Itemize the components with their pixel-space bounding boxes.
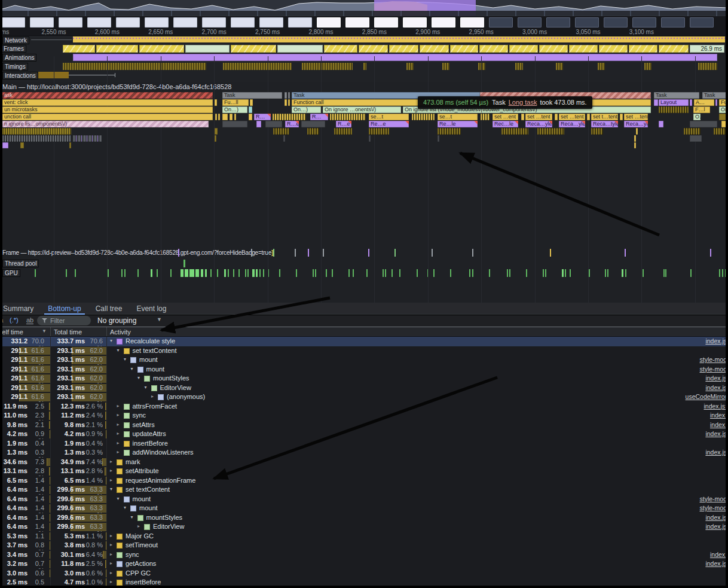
tab-bottom-up[interactable]: Bottom-up [41, 303, 88, 315]
gpu-label[interactable]: GPU [2, 269, 20, 277]
expand-arrow-icon[interactable]: ▸ [151, 394, 154, 399]
collapse-arrow-icon[interactable]: ▾ [145, 385, 147, 390]
expand-arrow-icon[interactable]: ▸ [117, 422, 120, 427]
flame-event[interactable] [256, 121, 261, 127]
table-row[interactable]: 291.1 ms61.6 %293.1 ms62.0 %▾mountstyle-… [0, 355, 728, 365]
flame-event-on[interactable]: On…) [222, 106, 247, 113]
flame-event[interactable] [69, 142, 71, 148]
track-interactions-label[interactable]: Interactions [2, 72, 38, 80]
table-row[interactable]: 3.7 ms0.8 %3.8 ms0.8 %▸setTimeout [0, 541, 728, 550]
flame-event[interactable] [215, 135, 216, 142]
expand-arrow-icon[interactable]: ▸ [117, 412, 120, 418]
flame-event[interactable] [636, 128, 638, 135]
chevron-down-icon[interactable]: ▼ [157, 316, 162, 322]
grouping-select[interactable]: No grouping [97, 316, 136, 325]
source-link[interactable]: index.js [705, 337, 727, 345]
expand-arrow-icon[interactable]: ▸ [110, 560, 112, 566]
expand-arrow-icon[interactable]: ▸ [137, 523, 140, 529]
flame-event-task[interactable]: Task [222, 92, 282, 99]
regex-icon[interactable]: (.*) [10, 316, 19, 324]
flame-event-unctioncall[interactable]: unction call [2, 114, 213, 120]
flame-event[interactable] [690, 99, 692, 106]
flame-event[interactable] [283, 135, 285, 142]
flame-event-setttent[interactable]: set t…tent [591, 114, 618, 120]
flame-event[interactable] [369, 135, 371, 142]
flame-event-setent[interactable]: set …ent [493, 114, 518, 120]
source-link[interactable]: style-mod [699, 495, 727, 502]
flame-event[interactable] [218, 114, 220, 120]
flame-event[interactable] [288, 92, 290, 99]
table-row[interactable]: 3.4 ms0.7 %30.1 ms6.4 %▸syncindex. [0, 550, 728, 560]
flame-event[interactable] [412, 114, 435, 120]
source-link[interactable]: index. [710, 421, 727, 428]
flame-event[interactable] [215, 114, 217, 120]
expand-arrow-icon[interactable]: ▸ [117, 403, 120, 409]
table-row[interactable]: 4.2 ms0.9 %4.2 ms0.9 %▸updateAttrsindex.… [0, 429, 728, 439]
table-row[interactable]: 291.1 ms61.6 %293.1 ms62.0 %▾set textCon… [0, 346, 728, 356]
column-total-time[interactable]: Total time [54, 328, 82, 336]
source-link[interactable]: style-mod [699, 365, 727, 373]
source-link[interactable]: index.js [705, 374, 727, 382]
expand-arrow-icon[interactable]: ▸ [110, 533, 112, 538]
column-self-time[interactable]: Self time [0, 328, 23, 336]
track-frames-label[interactable]: Frames [1, 45, 26, 53]
flame-event-settent[interactable]: set …tent [624, 114, 648, 120]
flame-event-recayle[interactable]: Reca…yle [559, 121, 585, 127]
flame-event-ask[interactable]: ask [2, 92, 213, 99]
flame-event[interactable] [690, 135, 702, 142]
table-row[interactable]: 5.3 ms1.1 %5.3 ms1.1 %▸Major GC [0, 532, 728, 541]
flame-event-nignorelisomponents[interactable]: n ignore lis…omponents\/) [2, 121, 209, 127]
table-row[interactable]: 34.6 ms7.3 %34.9 ms7.4 %▸mark [0, 458, 728, 467]
flame-event-unmicrotasks[interactable]: un microtasks [2, 106, 213, 113]
source-link[interactable]: index. [710, 551, 727, 558]
flame-event-a[interactable]: A… [694, 99, 714, 106]
collapse-arrow-icon[interactable]: ▾ [117, 496, 120, 501]
flame-event-task[interactable]: Task [654, 92, 699, 99]
flame-event[interactable] [285, 99, 287, 106]
source-link[interactable]: index.js: [703, 403, 727, 410]
source-link[interactable]: useCodeMirror [686, 393, 727, 400]
flame-event[interactable] [2, 135, 71, 142]
tab-call-tree[interactable]: Call tree [88, 303, 130, 315]
table-row[interactable]: 9.8 ms2.1 %9.8 ms2.1 %▸setAttrsindex. [0, 421, 728, 430]
flame-event[interactable] [215, 128, 218, 135]
expand-arrow-icon[interactable]: ▸ [110, 570, 112, 575]
flame-event[interactable] [690, 121, 717, 127]
flame-event-set[interactable]: se…t [438, 114, 478, 120]
flame-event-recatyle[interactable]: Reca…tyle [591, 121, 618, 127]
long-task-link[interactable]: Long task [506, 99, 537, 106]
flame-event[interactable] [73, 135, 102, 142]
collapse-arrow-icon[interactable]: ▾ [124, 357, 126, 362]
flame-event[interactable] [330, 114, 366, 120]
flame-event-r[interactable]: R… [254, 114, 271, 120]
flame-event[interactable] [273, 114, 306, 120]
flame-event[interactable] [438, 128, 461, 135]
source-link[interactable]: index.js [705, 514, 727, 521]
flame-event[interactable] [20, 142, 24, 148]
flame-event[interactable] [2, 128, 71, 135]
flame-event-recayle[interactable]: Reca…yle [525, 121, 552, 127]
flame-event[interactable] [659, 121, 663, 127]
table-row[interactable]: 6.4 ms1.4 %299.6 ms63.3 %▸EditorViewinde… [0, 522, 728, 532]
flame-event[interactable] [301, 121, 325, 127]
flame-event[interactable] [537, 128, 564, 135]
expand-arrow-icon[interactable]: ▸ [110, 459, 112, 464]
collapse-arrow-icon[interactable]: ▾ [110, 486, 112, 492]
expand-arrow-icon[interactable]: ▸ [110, 477, 112, 483]
flame-event[interactable] [521, 114, 524, 120]
flame-event-re[interactable]: R…e [285, 121, 299, 127]
table-row[interactable]: 291.1 ms61.6 %293.1 ms62.0 %▾mountStyles… [0, 374, 728, 383]
table-row[interactable]: 291.1 ms61.6 %293.1 ms62.0 %▾EditorViewi… [0, 383, 728, 393]
flame-event-recayle[interactable]: Reca…yle [624, 121, 648, 127]
track-timings-label[interactable]: Timings [2, 63, 28, 71]
flame-event-settent[interactable]: set …tent [525, 114, 552, 120]
flame-event-fl[interactable]: F…l [693, 106, 710, 113]
flame-event[interactable] [250, 99, 253, 106]
flame-event[interactable] [620, 114, 623, 120]
flame-event[interactable] [273, 128, 289, 135]
flame-event[interactable] [714, 128, 727, 135]
column-divider[interactable] [50, 327, 51, 336]
flame-event[interactable] [438, 135, 439, 142]
track-animations-label[interactable]: Animations [2, 54, 36, 62]
expand-arrow-icon[interactable]: ▸ [110, 579, 112, 584]
